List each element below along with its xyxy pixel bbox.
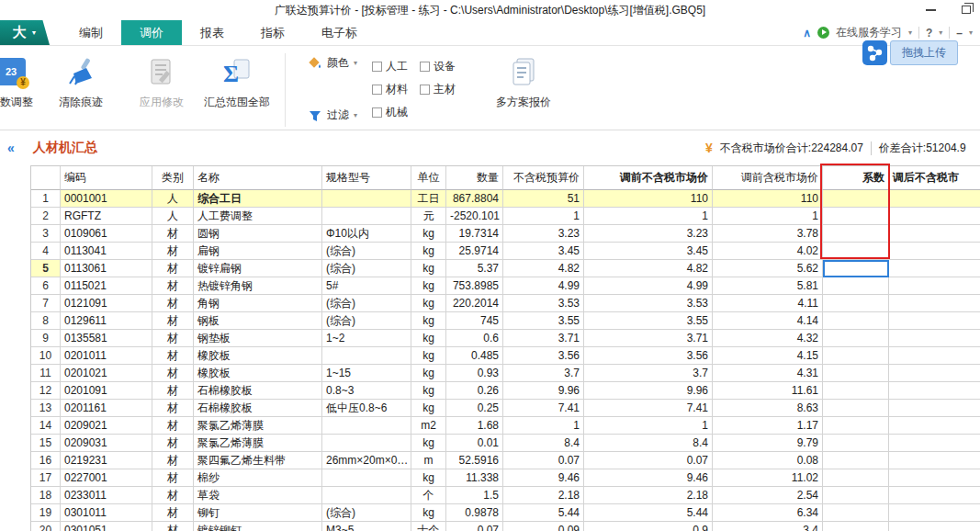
table-cell[interactable]: 1 bbox=[503, 208, 584, 225]
table-cell[interactable]: 0.07 bbox=[584, 452, 713, 469]
table-cell[interactable]: 8.63 bbox=[713, 400, 823, 417]
table-cell[interactable]: 聚四氟乙烯生料带 bbox=[194, 452, 322, 469]
table-cell[interactable]: kg bbox=[411, 330, 446, 347]
table-cell[interactable]: kg bbox=[411, 400, 446, 417]
table-cell[interactable]: 材 bbox=[152, 400, 194, 417]
table-cell[interactable] bbox=[823, 208, 889, 225]
table-cell[interactable]: 4.99 bbox=[584, 277, 713, 295]
table-cell[interactable]: 5.81 bbox=[713, 277, 823, 295]
table-cell[interactable]: 橡胶板 bbox=[194, 347, 322, 365]
table-cell[interactable]: 0.8~3 bbox=[322, 382, 411, 400]
table-cell[interactable]: 0113041 bbox=[61, 243, 152, 260]
coefficient-adjust-button[interactable]: 23¥ 系数调整 bbox=[0, 55, 40, 110]
table-cell[interactable]: 材 bbox=[152, 243, 194, 260]
caret-down-icon[interactable]: ▾ bbox=[939, 28, 942, 37]
table-cell[interactable]: 钢板 bbox=[194, 312, 322, 330]
table-row[interactable]: 90135581材钢垫板1~2kg0.63.713.714.32 bbox=[31, 330, 980, 347]
table-cell[interactable] bbox=[823, 522, 889, 531]
table-row[interactable]: 60115021材热镀锌角钢5#kg753.89854.994.995.81 bbox=[31, 277, 980, 295]
ribbon-tab-指标[interactable]: 指标 bbox=[242, 20, 303, 45]
table-cell[interactable] bbox=[889, 522, 980, 531]
table-cell[interactable]: 0.09 bbox=[503, 522, 584, 531]
drag-upload-label[interactable]: 拖拽上传 bbox=[890, 40, 958, 65]
table-cell[interactable]: 聚氯乙烯薄膜 bbox=[194, 435, 322, 452]
table-cell[interactable] bbox=[322, 190, 411, 208]
table-cell[interactable]: 753.8985 bbox=[446, 277, 503, 295]
table-cell[interactable]: 3.23 bbox=[503, 225, 584, 243]
table-cell[interactable]: 材 bbox=[152, 469, 194, 487]
table-cell[interactable]: 圆钢 bbox=[194, 225, 322, 243]
table-cell[interactable]: 11.02 bbox=[713, 469, 823, 487]
app-menu-button[interactable]: 大 ▼ bbox=[0, 20, 50, 45]
row-number-cell[interactable]: 13 bbox=[31, 400, 61, 417]
table-cell[interactable] bbox=[889, 435, 980, 452]
table-cell[interactable]: 角钢 bbox=[194, 295, 322, 312]
table-cell[interactable]: 1.5 bbox=[446, 487, 503, 504]
ribbon-tab-调价[interactable]: 调价 bbox=[121, 20, 182, 45]
table-cell[interactable]: 745 bbox=[446, 312, 503, 330]
table-row[interactable]: 150209031材聚氯乙烯薄膜kg0.018.48.49.79 bbox=[31, 435, 980, 452]
column-header[interactable]: 单位 bbox=[411, 166, 446, 190]
table-cell[interactable]: 0.6 bbox=[446, 330, 503, 347]
table-cell[interactable]: 2.18 bbox=[584, 487, 713, 504]
table-cell[interactable]: kg bbox=[411, 347, 446, 365]
table-cell[interactable] bbox=[823, 190, 889, 208]
table-cell[interactable]: 26mm×20m×0… bbox=[322, 452, 411, 469]
filter-button[interactable]: 过滤 ▾ bbox=[308, 107, 357, 123]
table-cell[interactable]: 1 bbox=[713, 208, 823, 225]
table-cell[interactable]: Φ10以内 bbox=[322, 225, 411, 243]
table-row[interactable]: 180233011材草袋个1.52.182.182.54 bbox=[31, 487, 980, 504]
table-row[interactable]: 2RGFTZ人人工费调整元-2520.101111 bbox=[31, 208, 980, 225]
caret-down-icon[interactable]: ▾ bbox=[354, 59, 357, 67]
table-cell[interactable] bbox=[823, 330, 889, 347]
row-number-cell[interactable]: 14 bbox=[31, 417, 61, 435]
column-header[interactable]: 系数 bbox=[823, 166, 889, 190]
table-cell[interactable] bbox=[823, 260, 889, 277]
table-cell[interactable]: 1.68 bbox=[446, 417, 503, 435]
table-cell[interactable]: kg bbox=[411, 435, 446, 452]
table-cell[interactable]: 材 bbox=[152, 330, 194, 347]
table-cell[interactable]: m2 bbox=[411, 417, 446, 435]
row-number-cell[interactable]: 1 bbox=[31, 190, 61, 208]
collapse-ribbon-icon[interactable]: ∧ bbox=[803, 27, 811, 40]
table-cell[interactable]: 0.01 bbox=[446, 435, 503, 452]
table-cell[interactable]: 3.78 bbox=[713, 225, 823, 243]
table-cell[interactable] bbox=[823, 487, 889, 504]
table-cell[interactable]: M3~5 bbox=[322, 522, 411, 531]
minimize-button[interactable] bbox=[926, 9, 936, 11]
table-cell[interactable]: 0201161 bbox=[61, 400, 152, 417]
table-cell[interactable]: 11.61 bbox=[713, 382, 823, 400]
table-cell[interactable]: 人 bbox=[152, 208, 194, 225]
table-cell[interactable]: 0001001 bbox=[61, 190, 152, 208]
table-cell[interactable]: 材 bbox=[152, 452, 194, 469]
table-cell[interactable] bbox=[889, 330, 980, 347]
table-cell[interactable]: 7.41 bbox=[503, 400, 584, 417]
restore-button[interactable] bbox=[962, 6, 971, 14]
table-cell[interactable] bbox=[823, 295, 889, 312]
table-cell[interactable]: 3.4 bbox=[713, 522, 823, 531]
column-header[interactable]: 调后不含税市 bbox=[889, 166, 980, 190]
table-cell[interactable]: 4.15 bbox=[713, 347, 823, 365]
table-cell[interactable]: 镀锌扁钢 bbox=[194, 260, 322, 277]
table-cell[interactable]: 3.53 bbox=[503, 295, 584, 312]
checkbox-equipment[interactable]: 设备 bbox=[420, 59, 467, 74]
table-cell[interactable]: 人工费调整 bbox=[194, 208, 322, 225]
table-cell[interactable] bbox=[889, 243, 980, 260]
checkbox-main-material[interactable]: 主材 bbox=[420, 82, 467, 97]
table-cell[interactable]: 综合工日 bbox=[194, 190, 322, 208]
column-header[interactable]: 调前不含税市场价 bbox=[584, 166, 713, 190]
table-cell[interactable]: 个 bbox=[411, 487, 446, 504]
table-cell[interactable]: 52.5916 bbox=[446, 452, 503, 469]
table-cell[interactable]: 0219231 bbox=[61, 452, 152, 469]
table-row[interactable]: 10001001人综合工日工日867.880451110110 bbox=[31, 190, 980, 208]
table-cell[interactable] bbox=[823, 312, 889, 330]
table-row[interactable]: 140209021材聚氯乙烯薄膜m21.68111.17 bbox=[31, 417, 980, 435]
table-cell[interactable]: 1.17 bbox=[713, 417, 823, 435]
table-cell[interactable]: 1 bbox=[584, 417, 713, 435]
table-cell[interactable] bbox=[889, 347, 980, 365]
table-cell[interactable]: (综合) bbox=[322, 504, 411, 522]
help-icon[interactable]: ? bbox=[926, 27, 932, 40]
table-cell[interactable] bbox=[889, 487, 980, 504]
column-header[interactable]: 类别 bbox=[152, 166, 194, 190]
table-cell[interactable]: 0301011 bbox=[61, 504, 152, 522]
